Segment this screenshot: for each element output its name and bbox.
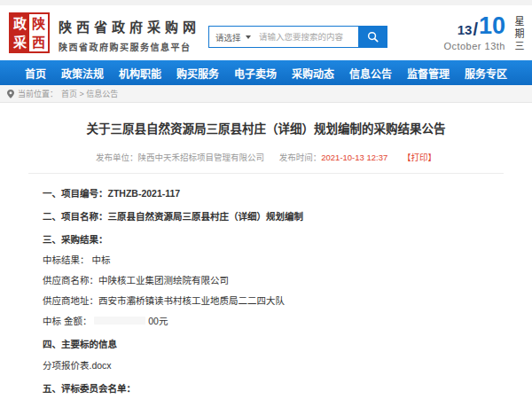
date-ordinal: 13th	[485, 41, 505, 51]
breadcrumb-path[interactable]: 首页 > 信息公告	[61, 88, 118, 99]
nav-item-home[interactable]: 首页	[25, 66, 46, 81]
publish-time-value: 2021-10-13 12:37	[321, 153, 387, 162]
print-button[interactable]: 【打印】	[403, 153, 436, 162]
date-month: 10	[479, 14, 505, 38]
article-body: 一、项目编号：ZTHZB-2021-117 二、项目名称：三原县自然资源局三原县…	[28, 174, 504, 394]
search-button[interactable]	[358, 27, 387, 47]
bid-amount-label: 中标 金额：	[43, 316, 91, 326]
date-subtitle: October 13th	[443, 41, 505, 51]
nav-item-emarket[interactable]: 电子卖场	[234, 66, 277, 81]
bid-amount-suffix: 00元	[148, 316, 168, 326]
search-input[interactable]	[259, 27, 358, 47]
section-project-name: 二、项目名称：三原县自然资源局三原县村庄（详细）规划编制	[43, 211, 489, 222]
chevron-down-icon	[246, 35, 251, 39]
logo-char: 陕	[29, 14, 48, 33]
search-icon	[367, 31, 379, 43]
logo-char: 政	[11, 14, 29, 33]
attachment-link[interactable]: 分项报价表.docx	[43, 360, 489, 371]
breadcrumb: 当前位置： 首页 > 信息公告	[0, 85, 532, 103]
date-day: 13	[458, 23, 473, 38]
nav-item-functions[interactable]: 机构职能	[119, 66, 161, 81]
article-meta: 发布单位：陕西中天禾招标项目管理有限公司 发布时间：2021-10-13 12:…	[28, 151, 504, 174]
logo-char: 西	[29, 33, 48, 51]
publisher-label: 发布单位：	[96, 153, 138, 162]
date-widget: 13 / 10 October 13th 星期三	[443, 14, 523, 53]
nav-item-purchase[interactable]: 购买服务	[176, 66, 219, 81]
nav-item-announcements[interactable]: 信息公告	[349, 66, 392, 81]
search-bar: 请选择	[208, 26, 387, 48]
nav-item-dynamics[interactable]: 采购动态	[292, 66, 334, 81]
search-category-select[interactable]: 请选择	[209, 27, 259, 47]
logo-char: 采	[11, 33, 29, 51]
section-committee-heading: 五、评标委员会名单：	[43, 383, 489, 394]
date-weekday: 星期三	[513, 14, 523, 53]
section-subject-info: 四、主要标的信息	[43, 339, 489, 349]
site-header: 政 陕 采 西 陕西省政府采购网 陕西省政府购买服务信息平台 请选择 13 / …	[0, 5, 532, 60]
nav-item-servicezone[interactable]: 服务专区	[465, 66, 507, 81]
supplier-addr-line: 供应商地址：西安市灞桥镇读书村核工业地质局二二四大队	[43, 295, 489, 306]
nav-item-policies[interactable]: 政策法规	[61, 66, 104, 81]
section-result-heading: 三、采购结果：	[43, 234, 489, 245]
search-category-value: 请选择	[215, 31, 241, 43]
site-titles: 陕西省政府采购网 陕西省政府购买服务信息平台	[59, 17, 200, 53]
date-main: 13 / 10 October 13th	[443, 14, 505, 51]
date-month-name: October	[443, 41, 481, 51]
page-title: 关于三原县自然资源局三原县村庄（详细）规划编制的采购结果公告	[28, 119, 504, 137]
publisher-value: 陕西中天禾招标项目管理有限公司	[138, 153, 265, 162]
announcement-article: 关于三原县自然资源局三原县村庄（详细）规划编制的采购结果公告 发布单位：陕西中天…	[0, 103, 532, 399]
bid-amount-line: 中标 金额： 00元	[43, 316, 489, 326]
nav-item-supervision[interactable]: 监督管理	[407, 66, 450, 81]
site-logo: 政 陕 采 西	[9, 12, 50, 53]
location-pin-icon	[7, 90, 14, 98]
redacted-amount	[94, 317, 145, 325]
publish-time-label: 发布时间：	[279, 153, 322, 162]
main-nav: 首页 政策法规 机构职能 购买服务 电子卖场 采购动态 信息公告 监督管理 服务…	[0, 60, 532, 85]
section-project-number: 一、项目编号：ZTHZB-2021-117	[43, 188, 489, 199]
site-title: 陕西省政府采购网	[59, 17, 200, 35]
site-subtitle: 陕西省政府购买服务信息平台	[59, 40, 200, 53]
supplier-name-line: 供应商名称：中陕核工业集团测绘院有限公司	[43, 275, 489, 286]
date-slash: /	[473, 20, 478, 38]
bid-result-line: 中标结果： 中标	[43, 254, 489, 265]
breadcrumb-prefix: 当前位置：	[18, 88, 58, 99]
